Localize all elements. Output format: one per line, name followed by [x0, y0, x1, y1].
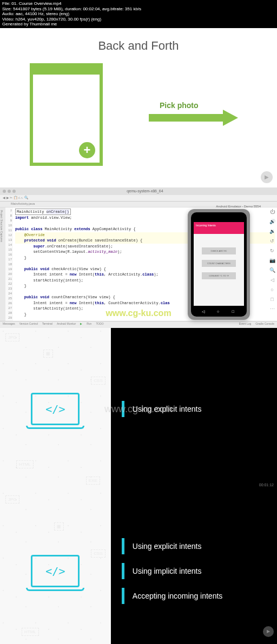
topic-label: Using explicit intents: [133, 542, 202, 551]
phone-header-bar: [33, 66, 100, 75]
emulator-side-toolbar[interactable]: ⏻ 🔊 🔉 ↺ ↻ 📷 🔍 ◁ ○ □ ⋯: [268, 209, 276, 312]
ide-left-tool-tabs[interactable]: Project Structure Captures: [0, 207, 5, 321]
recents-icon[interactable]: □: [232, 310, 236, 313]
meta-audio: Audio: aac, 44100 Hz, stereo (eng): [2, 11, 275, 17]
camera-icon[interactable]: 📷: [269, 258, 275, 263]
meta-video: Video: h264, yuv420p, 1280x720, 30.00 fp…: [2, 17, 275, 22]
recents-icon[interactable]: □: [271, 297, 273, 302]
power-icon[interactable]: ⏻: [270, 209, 275, 214]
slide-all-intents: JPG ▦ CSS HTML </> Using explicit intent…: [0, 490, 277, 644]
ide-toolbar[interactable]: ◀ ▶ ✂ 📋 ⎌ ↻ 🔍: [0, 195, 277, 202]
rotate-right-icon[interactable]: ↻: [270, 248, 274, 253]
mac-titlebar: qemu-system-x86_64: [0, 187, 277, 195]
topic-item: Using implicit intents: [122, 559, 277, 583]
window-title: qemu-system-x86_64: [16, 189, 274, 193]
timestamp: 00:01:12: [259, 483, 274, 487]
accent-bar: [122, 588, 124, 604]
accent-bar: [122, 563, 124, 579]
laptop-icon: </>: [31, 555, 80, 587]
rotate-left-icon[interactable]: ↺: [270, 238, 274, 244]
slide-title: Back and Forth: [0, 39, 277, 53]
home-icon[interactable]: ○: [271, 287, 273, 292]
count-characters-button[interactable]: COUNT CHARACTERS: [202, 260, 236, 267]
accent-bar: [122, 538, 124, 554]
code-glyph: </>: [45, 403, 65, 415]
code-glyph: </>: [45, 565, 65, 578]
laptop-icon: </>: [31, 393, 80, 425]
back-icon[interactable]: ◁: [271, 277, 274, 283]
slide-left-panel: JPG ▦ CSS HTML </>: [0, 490, 111, 644]
watermark: www.cg-ku.com: [105, 308, 171, 318]
zoom-icon[interactable]: 🔍: [269, 267, 275, 273]
app-bar: Incoming Intents: [194, 222, 244, 234]
slide-left-panel: JPG ▦ CSS HTML EXE </>: [0, 328, 111, 490]
phone-mockup: +: [30, 63, 103, 166]
topic-item: Using explicit intents: [122, 534, 277, 559]
convert-temp-button[interactable]: CONVERT °C TO °F: [202, 272, 236, 279]
topic-item: Accepting incoming intents: [122, 583, 277, 608]
play-icon[interactable]: ▶: [263, 626, 274, 637]
back-icon[interactable]: ◁: [202, 310, 206, 313]
meta-size: Size: 5441807 bytes (5.19 MiB), duration…: [2, 6, 275, 12]
home-icon[interactable]: ○: [217, 310, 221, 313]
topic-label: Using implicit intents: [133, 567, 202, 575]
line-numbers: 7891011121314151617181920212223242526272…: [5, 207, 13, 321]
emulator-title: Android Emulator - Demo:5554: [188, 205, 261, 208]
ide-bottom-tabs[interactable]: Messages Version Control Terminal Androi…: [0, 321, 277, 327]
volume-up-icon[interactable]: 🔊: [269, 219, 275, 224]
topic-label: Accepting incoming intents: [133, 592, 223, 600]
ide-screenshot: qemu-system-x86_64 ◀ ▶ ✂ 📋 ⎌ ↻ 🔍 MainAct…: [0, 187, 277, 328]
meta-file: File: 01. Course Overview.mp4: [2, 1, 275, 6]
slide-back-and-forth: Back and Forth + Pick photo ▶: [0, 28, 277, 187]
arrow-group: Pick photo: [149, 101, 238, 124]
android-nav-bar[interactable]: ◁ ○ □: [191, 310, 247, 313]
metadata-bar: File: 01. Course Overview.mp4 Size: 5441…: [0, 0, 277, 28]
play-icon[interactable]: ▶: [261, 171, 273, 183]
android-emulator: Android Emulator - Demo:5554 Incoming In…: [188, 205, 261, 321]
watermark: www.cg-ku.com: [104, 403, 173, 414]
volume-down-icon[interactable]: 🔉: [269, 229, 275, 234]
add-icon: +: [79, 142, 95, 158]
arrow-icon: [149, 111, 238, 124]
check-arctic-button[interactable]: CHECK ARCTIC: [202, 247, 236, 254]
slide-explicit-intents: JPG ▦ CSS HTML EXE </> Using explicit in…: [0, 328, 277, 490]
arrow-label: Pick photo: [149, 101, 238, 110]
meta-gen: Generated by Thumbnail me: [2, 22, 275, 27]
more-icon[interactable]: ⋯: [270, 306, 275, 312]
slide-right-panel: Using explicit intents Using implicit in…: [111, 490, 277, 644]
traffic-lights[interactable]: [3, 190, 16, 193]
